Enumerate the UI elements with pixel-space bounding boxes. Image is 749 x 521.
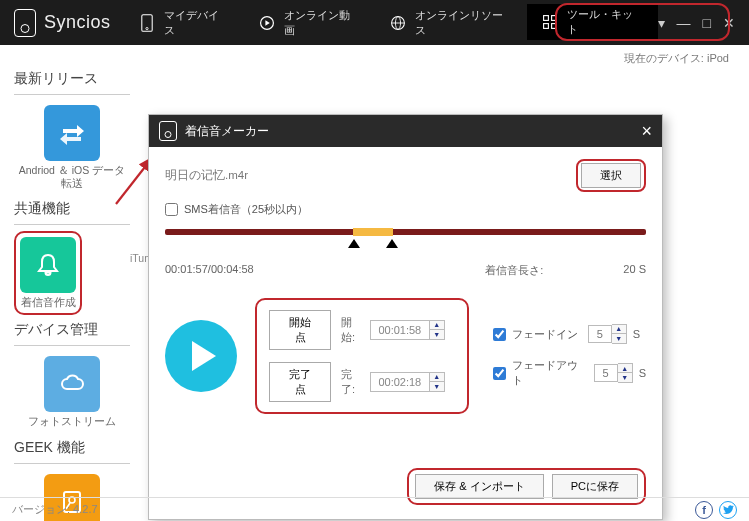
sms-ringtone-checkbox[interactable]	[165, 203, 178, 216]
nav-online-resource[interactable]: オンラインリソース	[375, 0, 527, 45]
fade-in-checkbox[interactable]	[493, 328, 506, 341]
ringtone-length-value: 20 S	[623, 263, 646, 278]
window-controls: ▾ — □ ✕	[658, 15, 749, 31]
audio-track[interactable]	[165, 223, 646, 257]
save-import-button[interactable]: 保存 & インポート	[415, 474, 543, 499]
end-time-field[interactable]	[370, 372, 430, 392]
nav-label: オンライン動画	[284, 8, 361, 38]
cloud-icon	[44, 356, 100, 412]
save-pc-button[interactable]: PCに保存	[552, 474, 638, 499]
nav-label: ツール・キット	[567, 7, 644, 37]
playback-time: 00:01:57/00:04:58	[165, 263, 254, 278]
section-common: 共通機能	[14, 194, 130, 225]
app-logo-icon	[14, 9, 36, 37]
end-time-input[interactable]: ▲▼	[370, 372, 445, 392]
seconds-suffix: S	[639, 367, 646, 379]
range-start-handle[interactable]	[348, 239, 360, 248]
fade-out-label: フェードアウト	[512, 358, 584, 388]
play-circle-icon	[258, 14, 276, 32]
facebook-icon[interactable]: f	[695, 501, 713, 519]
sms-ringtone-label: SMS着信音（25秒以内）	[184, 202, 308, 217]
device-icon	[139, 14, 157, 32]
start-time-field[interactable]	[370, 320, 430, 340]
sidebar-item-label: Andriod ＆ iOS データ転送	[14, 164, 130, 190]
choose-file-button[interactable]: 選択	[581, 163, 641, 188]
transfer-icon	[44, 105, 100, 161]
fade-out-checkbox[interactable]	[493, 367, 506, 380]
spin-down[interactable]: ▼	[612, 334, 626, 343]
spin-down[interactable]: ▼	[618, 373, 632, 382]
spin-down[interactable]: ▼	[430, 382, 444, 391]
svg-rect-7	[552, 16, 557, 21]
track-line	[165, 229, 646, 235]
nav-label: オンラインリソース	[415, 8, 514, 38]
selected-range	[353, 228, 393, 236]
section-geek: GEEK 機能	[14, 433, 130, 464]
svg-point-1	[146, 27, 148, 29]
ringtone-length-label: 着信音長さ:	[485, 263, 543, 278]
globe-icon	[389, 14, 407, 32]
selected-file-name: 明日の记忆.m4r	[165, 168, 568, 183]
sidebar-item-label: フォトストリーム	[28, 415, 116, 428]
seconds-suffix: S	[633, 328, 640, 340]
svg-rect-0	[142, 14, 152, 31]
spin-up[interactable]: ▲	[612, 325, 626, 334]
dropdown-icon[interactable]: ▾	[658, 15, 665, 31]
play-button[interactable]	[165, 320, 237, 392]
spin-up[interactable]: ▲	[430, 321, 444, 330]
spin-down[interactable]: ▼	[430, 330, 444, 339]
spin-up[interactable]: ▲	[430, 373, 444, 382]
play-icon	[189, 339, 219, 373]
bell-icon	[20, 237, 76, 293]
sidebar-item-label: 着信音作成	[21, 296, 76, 309]
nav-my-device[interactable]: マイデバイス	[125, 0, 245, 45]
set-end-button[interactable]: 完了点	[269, 362, 331, 402]
dialog-header: 着信音メーカー ×	[149, 115, 662, 147]
twitter-icon[interactable]	[719, 501, 737, 519]
svg-rect-9	[552, 24, 557, 29]
annotation-highlight-choose: 選択	[576, 159, 646, 192]
status-bar: バージョン: 4.2.7 f	[0, 497, 749, 521]
fade-in-label: フェードイン	[512, 327, 578, 342]
version-label: バージョン: 4.2.7	[12, 502, 98, 517]
sidebar-item-photostream[interactable]: フォトストリーム	[14, 352, 130, 432]
app-name: Syncios	[44, 12, 111, 33]
fade-in-value[interactable]	[588, 325, 612, 343]
maximize-button[interactable]: □	[703, 15, 711, 31]
top-nav: マイデバイス オンライン動画 オンラインリソース ツール・キット	[125, 0, 658, 45]
app-brand: Syncios	[0, 9, 125, 37]
end-label: 完了:	[341, 367, 360, 397]
start-time-input[interactable]: ▲▼	[370, 320, 445, 340]
nav-online-video[interactable]: オンライン動画	[244, 0, 375, 45]
minimize-button[interactable]: —	[677, 15, 691, 31]
dialog-title: 着信音メーカー	[185, 123, 269, 140]
svg-rect-6	[544, 16, 549, 21]
ringtone-maker-dialog: 着信音メーカー × 明日の记忆.m4r 選択 SMS着信音（25秒以内） 00:…	[148, 114, 663, 520]
section-latest-release: 最新リリース	[14, 64, 130, 95]
topbar: Syncios マイデバイス オンライン動画 オンラインリソース ツール・キット	[0, 0, 749, 45]
annotation-highlight-markers: 開始点 開始: ▲▼ 完了点 完了: ▲▼	[255, 298, 469, 414]
spin-up[interactable]: ▲	[618, 364, 632, 373]
start-label: 開始:	[341, 315, 360, 345]
close-window-button[interactable]: ✕	[723, 15, 735, 31]
sidebar: 最新リリース Andriod ＆ iOS データ転送 共通機能 着信音作成 デバ…	[14, 64, 130, 521]
fade-out-value[interactable]	[594, 364, 618, 382]
sidebar-item-ringtone[interactable]: 着信音作成	[20, 237, 76, 309]
nav-label: マイデバイス	[164, 8, 230, 38]
annotation-highlight-ringtone: 着信音作成	[14, 231, 82, 315]
section-device-mgmt: デバイス管理	[14, 315, 130, 346]
set-start-button[interactable]: 開始点	[269, 310, 331, 350]
grid-icon	[541, 13, 559, 31]
svg-rect-8	[544, 24, 549, 29]
dialog-close-button[interactable]: ×	[641, 122, 652, 140]
sidebar-item-transfer[interactable]: Andriod ＆ iOS データ転送	[14, 101, 130, 194]
range-end-handle[interactable]	[386, 239, 398, 248]
nav-toolkit[interactable]: ツール・キット	[527, 4, 658, 40]
device-small-icon	[159, 121, 177, 141]
